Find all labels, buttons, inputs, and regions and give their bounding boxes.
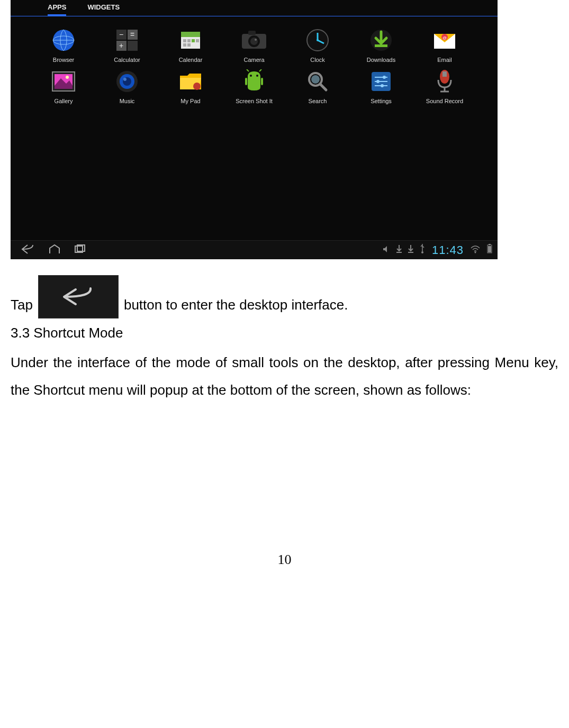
page-number: 10 <box>11 552 558 568</box>
svg-point-52 <box>381 84 384 87</box>
folder-icon <box>177 68 204 95</box>
svg-text:=: = <box>130 30 134 39</box>
android-icon <box>241 68 267 95</box>
music-icon <box>114 68 140 95</box>
app-browser[interactable]: Browser <box>32 27 95 63</box>
app-calendar[interactable]: Calendar <box>159 27 222 63</box>
svg-point-62 <box>475 252 476 253</box>
app-soundrecorder[interactable]: Sound Record <box>413 68 476 104</box>
statusbar-clock: 11:43 <box>432 243 464 257</box>
section-heading: 3.3 Shortcut Mode <box>11 325 558 341</box>
svg-line-42 <box>259 69 261 71</box>
svg-point-31 <box>66 76 69 79</box>
globe-icon <box>50 27 77 53</box>
app-camera[interactable]: Camera <box>222 27 286 63</box>
svg-text:+: + <box>119 41 123 50</box>
app-music[interactable]: Music <box>95 68 159 104</box>
app-label: My Pad <box>180 98 200 104</box>
text-tap-after: button to enter the desktop interface. <box>124 291 348 319</box>
svg-rect-10 <box>181 32 200 37</box>
svg-point-50 <box>376 80 380 83</box>
app-label: Search <box>309 98 327 104</box>
app-label: Sound Record <box>426 98 463 104</box>
volume-icon <box>382 244 391 256</box>
gallery-icon <box>50 68 77 95</box>
microphone-icon <box>431 68 458 95</box>
back-icon[interactable] <box>21 244 35 256</box>
svg-rect-14 <box>196 39 199 42</box>
wifi-icon <box>470 244 481 256</box>
app-label: Clock <box>310 57 325 63</box>
svg-point-35 <box>123 78 127 81</box>
svg-point-36 <box>193 83 201 90</box>
svg-text:−: − <box>119 30 123 39</box>
download-icon <box>368 27 394 53</box>
download-status-icon <box>408 244 414 256</box>
app-label: Settings <box>371 98 392 104</box>
calculator-icon: − = + <box>114 27 140 53</box>
svg-point-37 <box>250 75 252 77</box>
svg-point-48 <box>383 76 386 79</box>
svg-rect-8 <box>128 41 138 51</box>
android-apps-screenshot: APPS WIDGETS Browser − <box>11 0 498 259</box>
app-label: Calculator <box>114 57 140 63</box>
download-status-icon <box>396 244 402 256</box>
search-icon <box>304 68 331 95</box>
svg-rect-16 <box>187 43 191 47</box>
svg-rect-25 <box>375 44 387 47</box>
app-search[interactable]: Search <box>286 68 349 104</box>
tab-apps[interactable]: APPS <box>48 3 66 16</box>
app-label: Music <box>120 98 135 104</box>
app-label: Email <box>437 57 452 63</box>
calendar-icon <box>177 27 204 53</box>
svg-rect-15 <box>183 43 186 47</box>
recent-apps-icon[interactable] <box>74 244 86 256</box>
app-gallery[interactable]: Gallery <box>32 68 95 104</box>
app-calculator[interactable]: − = + Calculator <box>95 27 159 63</box>
svg-rect-54 <box>442 71 447 77</box>
tab-widgets[interactable]: WIDGETS <box>87 3 120 16</box>
app-label: Browser <box>53 57 74 63</box>
body-paragraph: Under the interface of the mode of small… <box>11 349 558 404</box>
clock-icon <box>304 27 331 53</box>
text-tap: Tap <box>11 291 33 319</box>
usb-icon <box>419 244 426 256</box>
app-screenshotit[interactable]: Screen Shot It <box>222 68 286 104</box>
svg-point-38 <box>256 75 258 77</box>
sliders-icon <box>368 68 394 95</box>
svg-point-21 <box>255 39 257 41</box>
app-label: Downloads <box>367 57 395 63</box>
app-label: Camera <box>243 57 264 63</box>
svg-point-23 <box>317 39 319 41</box>
svg-rect-18 <box>248 31 256 35</box>
camera-icon <box>241 27 267 53</box>
svg-point-61 <box>421 251 423 253</box>
svg-line-41 <box>247 69 249 71</box>
home-icon[interactable] <box>49 244 60 256</box>
app-settings[interactable]: Settings <box>349 68 413 104</box>
app-label: Gallery <box>55 98 73 104</box>
svg-point-20 <box>250 38 258 45</box>
battery-icon <box>487 244 492 256</box>
svg-point-44 <box>311 75 320 84</box>
app-label: Calendar <box>179 57 203 63</box>
app-label: Screen Shot It <box>236 98 273 104</box>
email-icon: @ <box>431 27 458 53</box>
svg-rect-13 <box>192 39 195 42</box>
back-button-illustration <box>38 275 119 319</box>
app-email[interactable]: @ Email <box>413 27 476 63</box>
svg-rect-40 <box>261 78 263 85</box>
app-clock[interactable]: Clock <box>286 27 349 63</box>
svg-rect-64 <box>489 244 491 245</box>
svg-text:@: @ <box>442 35 447 40</box>
app-downloads[interactable]: Downloads <box>349 27 413 63</box>
svg-line-45 <box>320 84 326 90</box>
svg-rect-12 <box>187 39 191 42</box>
svg-rect-65 <box>488 246 491 252</box>
app-mypad[interactable]: My Pad <box>159 68 222 104</box>
svg-rect-11 <box>183 39 186 42</box>
svg-rect-39 <box>245 78 247 85</box>
